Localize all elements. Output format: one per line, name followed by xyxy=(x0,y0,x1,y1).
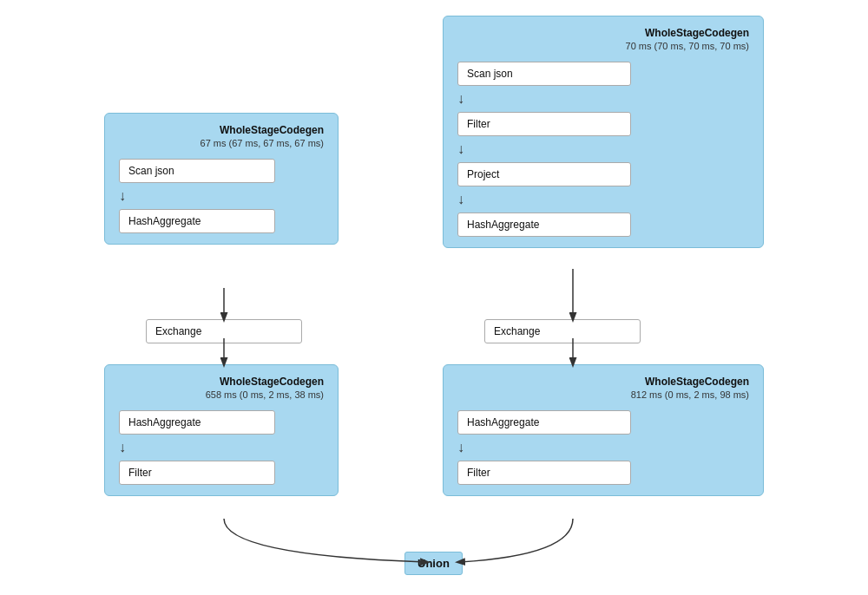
node-bl-filter: Filter xyxy=(119,461,275,485)
node-bl-hash: HashAggregate xyxy=(119,410,275,435)
stage-top-left-title: WholeStageCodegen xyxy=(119,124,324,136)
node-tl-hash: HashAggregate xyxy=(119,209,275,233)
node-tr-scan: Scan json xyxy=(457,62,631,86)
stage-top-left: WholeStageCodegen 67 ms (67 ms, 67 ms, 6… xyxy=(104,113,339,245)
path-bl-to-union xyxy=(224,519,425,562)
arrow-br-1: ↓ xyxy=(457,435,464,461)
stage-bottom-right: WholeStageCodegen 812 ms (0 ms, 2 ms, 98… xyxy=(443,364,764,496)
stage-bottom-left: WholeStageCodegen 658 ms (0 ms, 2 ms, 38… xyxy=(104,364,339,496)
stage-bottom-right-title: WholeStageCodegen xyxy=(457,376,749,388)
node-tr-project: Project xyxy=(457,162,631,186)
stage-top-left-subtitle: 67 ms (67 ms, 67 ms, 67 ms) xyxy=(119,138,324,148)
stage-top-right-subtitle: 70 ms (70 ms, 70 ms, 70 ms) xyxy=(457,41,749,51)
node-exchange-left: Exchange xyxy=(146,319,302,343)
stage-top-right-title: WholeStageCodegen xyxy=(457,27,749,39)
node-tr-hash: HashAggregate xyxy=(457,212,631,237)
node-tr-filter: Filter xyxy=(457,112,631,136)
exchange-left-wrapper: Exchange xyxy=(146,319,302,343)
node-exchange-right: Exchange xyxy=(484,319,641,343)
stage-bottom-left-title: WholeStageCodegen xyxy=(119,376,324,388)
arrow-tr-3: ↓ xyxy=(457,186,464,212)
arrow-tr-2: ↓ xyxy=(457,136,464,162)
stage-top-right: WholeStageCodegen 70 ms (70 ms, 70 ms, 7… xyxy=(443,16,764,248)
node-tl-scan: Scan json xyxy=(119,159,275,183)
arrow-tr-1: ↓ xyxy=(457,86,464,112)
node-br-hash: HashAggregate xyxy=(457,410,631,435)
path-br-to-union xyxy=(460,519,573,562)
diagram-container: WholeStageCodegen 67 ms (67 ms, 67 ms, 6… xyxy=(0,0,868,595)
stage-bottom-right-subtitle: 812 ms (0 ms, 2 ms, 98 ms) xyxy=(457,389,749,400)
union-node: Union xyxy=(404,552,463,575)
arrow-tl-1: ↓ xyxy=(119,183,126,209)
exchange-right-wrapper: Exchange xyxy=(484,319,641,343)
stage-bottom-left-subtitle: 658 ms (0 ms, 2 ms, 38 ms) xyxy=(119,389,324,400)
arrow-bl-1: ↓ xyxy=(119,435,126,461)
node-br-filter: Filter xyxy=(457,461,631,485)
